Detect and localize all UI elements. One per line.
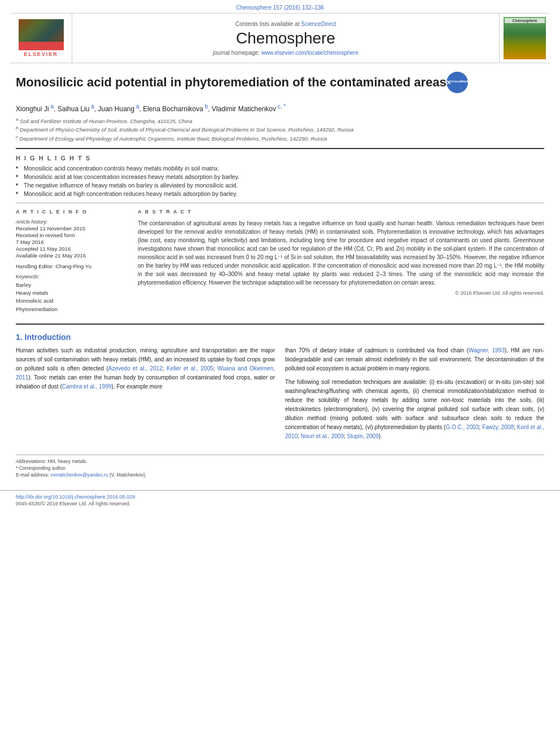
homepage-label: journal homepage: xyxy=(213,50,260,56)
affiliation-a: a Soil and Fertilizer Institute of Hunan… xyxy=(16,116,544,125)
author-4: Elena Bocharnikova xyxy=(143,105,203,113)
keyword-3: Monosilicic acid xyxy=(16,297,129,305)
copyright-line: © 2016 Elsevier Ltd. All rights reserved… xyxy=(138,290,544,296)
ref-fawzy[interactable]: Fawzy, 2008 xyxy=(482,424,514,430)
article-history: Article history: Received 11 November 20… xyxy=(16,219,129,259)
page: Chemosphere 157 (2016) 132–136 ELSEVIER … xyxy=(0,0,560,747)
intro-p1: Human activities such as industrial prod… xyxy=(16,346,275,391)
highlights-title: H I G H L I G H T S xyxy=(16,155,544,161)
intro-col-2: than 70% of dietary intake of cadmium is… xyxy=(285,346,544,445)
issn-line: 0045-6535/© 2016 Elsevier Ltd. All right… xyxy=(16,501,544,506)
journal-info-center: Contents lists available at ScienceDirec… xyxy=(72,14,499,63)
bottom-bar: http://dx.doi.org/10.1016/j.chemosphere.… xyxy=(0,490,560,510)
keyword-4: Phytoremediation xyxy=(16,305,129,313)
abbreviations-label: Abbreviations: xyxy=(16,458,46,464)
revised-date: 7 May 2016 xyxy=(16,239,129,245)
highlights-section: H I G H L I G H T S Monosilicic acid con… xyxy=(16,155,544,197)
footnote-abbreviations: Abbreviations: HM, heavy metals. xyxy=(16,458,544,464)
article-info-abstract: A R T I C L E I N F O Article history: R… xyxy=(16,209,544,318)
contents-available-text: Contents lists available at xyxy=(235,21,299,27)
article-info-column: A R T I C L E I N F O Article history: R… xyxy=(16,209,129,318)
received-date: Received 11 November 2015 xyxy=(16,225,129,231)
elsevier-text: ELSEVIER xyxy=(24,51,58,57)
divider-3 xyxy=(16,324,544,325)
author-1: Xionghui Ji xyxy=(16,105,49,113)
doi-link[interactable]: http://dx.doi.org/10.1016/j.chemosphere.… xyxy=(16,494,544,500)
science-direct-link[interactable]: ScienceDirect xyxy=(301,21,336,27)
highlight-1: Monosilicic acid concentration controls … xyxy=(16,165,544,172)
section-1-header: 1. Introduction xyxy=(16,333,544,342)
abstract-text: The contamination of agricultural areas … xyxy=(138,219,544,287)
article-history-label: Article history: xyxy=(16,219,129,225)
ref-cambra[interactable]: Cambra et al., 1999 xyxy=(62,383,112,390)
highlight-3: The negative influence of heavy metals o… xyxy=(16,182,544,189)
ref-wagner[interactable]: Wagner, 1993 xyxy=(469,347,505,353)
author-2: Saihua Liu xyxy=(58,105,90,113)
keyword-2: Heavy metals xyxy=(16,289,129,297)
abstract-title: A B S T R A C T xyxy=(138,209,544,215)
footnote-email: E-mail address: vvmatichenkov@yandex.ru … xyxy=(16,472,544,478)
journal-cover-area: Chemosphere xyxy=(499,14,550,63)
revised-label: Received in revised form xyxy=(16,232,129,238)
affiliation-c: c Department of Ecology and Physiology o… xyxy=(16,134,544,142)
journal-header: ELSEVIER Contents lists available at Sci… xyxy=(10,13,550,63)
author-5: Vladimir Matichenkov xyxy=(212,105,276,113)
contents-available-line: Contents lists available at ScienceDirec… xyxy=(235,21,336,27)
crossmark-badge[interactable]: ✕ CrossMark xyxy=(447,72,469,94)
journal-ref-text: Chemosphere 157 (2016) 132–136 xyxy=(236,5,324,11)
handling-editor-value: Handling Editor: Chang-Ping Yu xyxy=(16,263,129,269)
introduction-section: 1. Introduction Human activities such as… xyxy=(16,333,544,478)
crossmark-icon: ✕ CrossMark xyxy=(447,72,468,93)
available-online: Available online 21 May 2016 xyxy=(16,252,129,259)
section-title: Introduction xyxy=(25,333,71,342)
email-link[interactable]: vvmatichenkov@yandex.ru xyxy=(50,472,108,478)
footnotes-area: Abbreviations: HM, heavy metals. * Corre… xyxy=(16,455,544,478)
highlight-2: Monosilicic acid at low concentration in… xyxy=(16,173,544,180)
journal-title: Chemosphere xyxy=(236,29,335,47)
publisher-logo-area: ELSEVIER xyxy=(10,14,72,63)
affiliation-b: b Department of Physico-Chemistry of Soi… xyxy=(16,125,544,133)
article-info-title: A R T I C L E I N F O xyxy=(16,209,129,215)
abbreviations-value: HM, heavy metals. xyxy=(47,458,87,464)
handling-editor: Handling Editor: Chang-Ping Yu xyxy=(16,263,129,269)
keywords-label: Keywords: xyxy=(16,274,129,279)
ref-goc[interactable]: G.O.C., 2003 xyxy=(445,424,479,430)
affiliations: a Soil and Fertilizer Institute of Hunan… xyxy=(16,116,544,142)
intro-p3: The following soil remediation technique… xyxy=(285,378,544,441)
email-label: E-mail address: xyxy=(16,472,49,478)
ref-azevedo[interactable]: Azevedo et al., 2012 xyxy=(108,365,163,372)
intro-col-1: Human activities such as industrial prod… xyxy=(16,346,275,445)
keyword-1: Barley xyxy=(16,281,129,289)
ref-nouri[interactable]: Nouri et al., 2009 xyxy=(301,433,344,439)
homepage-line: journal homepage: www.elsevier.com/locat… xyxy=(213,50,358,56)
main-content: Monosilicic acid potential in phytoremed… xyxy=(0,63,560,490)
divider-2 xyxy=(16,203,544,203)
abstract-column: A B S T R A C T The contamination of agr… xyxy=(138,209,544,318)
journal-cover-image: Chemosphere xyxy=(504,17,546,59)
divider-1 xyxy=(16,148,544,149)
keywords-group: Keywords: Barley Heavy metals Monosilici… xyxy=(16,274,129,313)
authors-line: Xionghui Ji a, Saihua Liu a, Juan Huang … xyxy=(16,103,544,113)
journal-cover-label: Chemosphere xyxy=(505,18,545,23)
introduction-body: Human activities such as industrial prod… xyxy=(16,346,544,445)
author-3: Juan Huang xyxy=(98,105,134,113)
intro-p2: than 70% of dietary intake of cadmium is… xyxy=(285,346,544,373)
elsevier-logo: ELSEVIER xyxy=(19,19,64,57)
ref-keller[interactable]: Keller et al., 2005 xyxy=(167,365,213,372)
section-number: 1. xyxy=(16,333,23,342)
article-title: Monosilicic acid potential in phytoremed… xyxy=(16,75,447,91)
accepted-date: Accepted 11 May 2016 xyxy=(16,246,129,252)
elsevier-tree-image xyxy=(19,19,64,50)
highlight-4: Monosilicic acid at high concentration r… xyxy=(16,190,544,197)
ref-stupin[interactable]: Stupin, 2009 xyxy=(347,433,379,439)
footnote-corresponding: * Corresponding author. xyxy=(16,465,544,471)
email-person: (V. Matichenkov). xyxy=(110,472,146,478)
journal-reference: Chemosphere 157 (2016) 132–136 xyxy=(0,0,560,13)
homepage-link[interactable]: www.elsevier.com/locate/chemosphere xyxy=(261,50,358,56)
